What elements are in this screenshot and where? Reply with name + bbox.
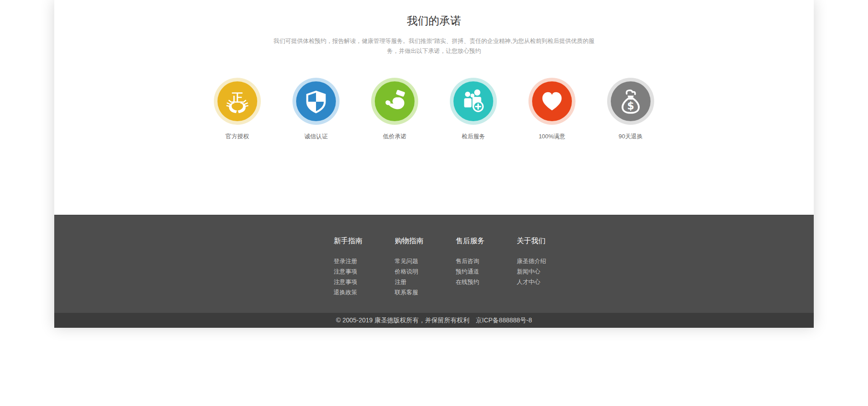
- promise-icon-ring: [371, 78, 418, 125]
- footer-link[interactable]: 登录注册: [334, 258, 357, 264]
- promise-item-satisfaction: 100%满意: [528, 78, 576, 141]
- medical-team-icon: [453, 81, 493, 121]
- footer-columns: 新手指南 登录注册 注意事项 注意事项 退换政策 购物指南 常见问题 价格说明 …: [54, 216, 814, 298]
- promise-icon-ring: 正: [214, 78, 261, 125]
- promise-item-integrity-certification: 诚信认证: [292, 78, 340, 141]
- footer-column-title: 关于我们: [517, 236, 578, 246]
- promise-icons-row: 正 官方授权: [54, 78, 814, 141]
- svg-text:正: 正: [231, 91, 243, 104]
- footer: 新手指南 登录注册 注意事项 注意事项 退换政策 购物指南 常见问题 价格说明 …: [54, 215, 814, 313]
- footer-link[interactable]: 注意事项: [334, 279, 357, 285]
- promise-item-return-policy: $ 90天退换: [607, 78, 654, 141]
- page-title: 我们的承诺: [54, 0, 814, 28]
- hands-holding-zheng-icon: 正: [217, 81, 257, 121]
- footer-link[interactable]: 康圣德介绍: [517, 258, 546, 264]
- promise-item-official-authorization: 正 官方授权: [214, 78, 261, 141]
- footer-link[interactable]: 注册: [395, 279, 406, 285]
- footer-link[interactable]: 预约通道: [456, 268, 479, 275]
- footer-column-title: 售后服务: [456, 236, 517, 246]
- promise-description: 我们可提供体检预约，报告解读，健康管理等服务。我们推崇"踏实、拼搏、责任的企业精…: [271, 36, 597, 56]
- footer-column-beginner-guide: 新手指南 登录注册 注意事项 注意事项 退换政策: [334, 236, 395, 298]
- promise-label: 100%满意: [528, 132, 576, 141]
- promise-description-line1: 我们可提供体检预约，报告解读，健康管理等服务。我们推崇"踏实、拼搏、责任的企业精…: [271, 36, 597, 46]
- shield-check-icon: [296, 81, 336, 121]
- footer-link[interactable]: 在线预约: [456, 279, 479, 285]
- promise-icon-ring: [528, 78, 576, 125]
- promise-icon-ring: $: [607, 78, 654, 125]
- footer-column-after-sales: 售后服务 售后咨询 预约通道 在线预约: [456, 236, 517, 298]
- footer-link[interactable]: 新闻中心: [517, 268, 540, 275]
- footer-column-title: 新手指南: [334, 236, 395, 246]
- footer-link[interactable]: 注意事项: [334, 268, 357, 275]
- footer-link[interactable]: 人才中心: [517, 279, 540, 285]
- footer-link[interactable]: 联系客服: [395, 289, 418, 296]
- promise-item-after-exam-service: 检后服务: [450, 78, 497, 141]
- copyright-text: © 2005-2019 康圣德版权所有，并保留所有权利 京ICP备888888号…: [336, 316, 532, 325]
- money-bag-icon: $: [611, 81, 651, 121]
- promise-label: 低价承诺: [371, 132, 418, 141]
- hand-gesture-icon: [375, 81, 415, 121]
- footer-column-shopping-guide: 购物指南 常见问题 价格说明 注册 联系客服: [395, 236, 456, 298]
- footer-link[interactable]: 售后咨询: [456, 258, 479, 264]
- promise-label: 检后服务: [450, 132, 497, 141]
- promise-description-line2: 务，并做出以下承诺，让您放心预约: [271, 46, 597, 56]
- promise-section: 我们的承诺 我们可提供体检预约，报告解读，健康管理等服务。我们推崇"踏实、拼搏、…: [54, 0, 814, 215]
- copyright-bar: © 2005-2019 康圣德版权所有，并保留所有权利 京ICP备888888号…: [54, 313, 814, 328]
- page-column: 我们的承诺 我们可提供体检预约，报告解读，健康管理等服务。我们推崇"踏实、拼搏、…: [54, 0, 814, 328]
- promise-icon-ring: [292, 78, 340, 125]
- footer-column-title: 购物指南: [395, 236, 456, 246]
- promise-label: 官方授权: [214, 132, 261, 141]
- promise-item-low-price: 低价承诺: [371, 78, 418, 141]
- footer-link[interactable]: 退换政策: [334, 289, 357, 296]
- svg-text:$: $: [627, 100, 634, 112]
- footer-link[interactable]: 价格说明: [395, 268, 418, 275]
- promise-label: 90天退换: [607, 132, 654, 141]
- heart-icon: [532, 81, 572, 121]
- footer-column-about-us: 关于我们 康圣德介绍 新闻中心 人才中心: [517, 236, 578, 298]
- promise-icon-ring: [450, 78, 497, 125]
- footer-link[interactable]: 常见问题: [395, 258, 418, 264]
- promise-label: 诚信认证: [292, 132, 340, 141]
